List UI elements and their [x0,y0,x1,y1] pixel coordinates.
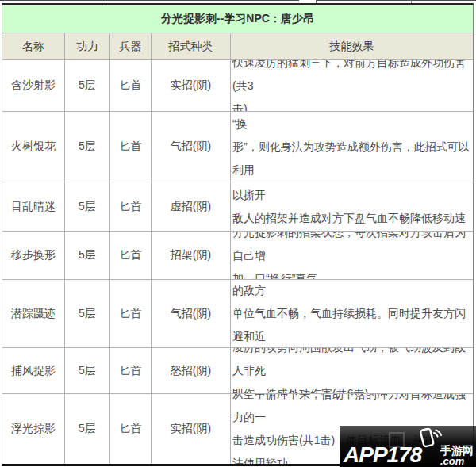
skill-name-cell: 目乱晴迷 [2,182,65,231]
watermark-site-text: 手游网 [440,445,474,456]
skill-type-cell: 怒招(阴) [152,348,231,393]
column-header-type: 招式种类 [152,33,231,59]
skill-effect-text: 快速凌厉的猛刺三下，对前方目标造成外功伤害(共3 击)。 [232,60,471,111]
skill-weapon-cell: 匕首 [110,348,152,393]
column-header-name: 名称 [2,33,65,59]
skill-effect-cell: 凌厉的攻势向周围散发出气劲，被气劲波及到敌人非死 即伤，造成外功伤害(共6击)。 [231,348,473,393]
table-row: 捕风捉影 5层 匕首 怒招(阴) 凌厉的攻势向周围散发出气劲，被气劲波及到敌人非… [2,348,473,394]
skill-effect-text: 对前方目标猛力的一击造成外功伤害(共1击)。可以撕开 敌人的招架并造成对方下盘气… [232,182,471,231]
skill-name-cell: 潜踪蹑迹 [2,280,65,347]
skill-type-cell: 气招(阴) [152,280,231,347]
skill-effect-cell: 近身三连猛刺造成外功伤害(共3击)。若自身有“换 形”，则化身法为攻势造成额外伤… [231,112,473,182]
skill-power-cell: 5层 [65,280,110,347]
skill-power-cell: 5层 [65,232,110,279]
skill-effect-cell: 分光捉影刺的招架状态，每次招架对方攻击后为自己增 加一口“换行”真气。 [231,232,473,279]
column-header-power: 功力 [65,33,110,59]
skill-name-cell: 含沙射影 [2,60,65,111]
skill-effect-text: 凌厉的攻势向周围散发出气劲，被气劲波及到敌人非死 即伤，造成外功伤害(共6击)。 [232,348,471,393]
skill-power-cell: 5层 [65,394,110,464]
skill-effect-text: 投掷烟雾弹，产生一块烟雾区域，使烟雾范围内的敌方 单位气血不畅，气血持续损耗。同… [232,280,471,347]
skill-weapon-cell: 匕首 [110,394,152,464]
divider [0,0,299,1]
column-header-weapon: 兵器 [110,33,152,59]
skill-name-cell: 捕风捉影 [2,348,65,393]
table-title: 分光捉影刺--学习NPC：唐少昂 [2,5,473,33]
table-row: 含沙射影 5层 匕首 实招(阴) 快速凌厉的猛刺三下，对前方目标造成外功伤害(共… [2,60,473,112]
table-row: 火树银花 5层 匕首 气招(阴) 近身三连猛刺造成外功伤害(共3击)。若自身有“… [2,112,473,182]
table-header-row: 名称 功力 兵器 招式种类 技能效果 [2,33,473,60]
app178-watermark: APP178 手游网 .com [340,426,476,467]
skill-weapon-cell: 匕首 [110,112,152,182]
column-header-effect: 技能效果 [231,33,473,59]
skill-name-cell: 火树银花 [2,112,65,182]
skill-effect-text: 近身三连猛刺造成外功伤害(共3击)。若自身有“换 形”，则化身法为攻势造成额外伤… [232,112,471,182]
divider [317,0,476,1]
skill-table: 分光捉影刺--学习NPC：唐少昂 名称 功力 兵器 招式种类 技能效果 含沙射影… [2,3,474,466]
skill-effect-cell: 投掷烟雾弹，产生一块烟雾区域，使烟雾范围内的敌方 单位气血不畅，气血持续损耗。同… [231,280,473,347]
skill-weapon-cell: 匕首 [110,60,152,111]
table-row: 目乱晴迷 5层 匕首 虚招(阴) 对前方目标猛力的一击造成外功伤害(共1击)。可… [2,182,473,232]
skill-weapon-cell: 匕首 [110,280,152,347]
skill-type-cell: 实招(阴) [152,394,231,464]
skill-power-cell: 5层 [65,112,110,182]
skill-type-cell: 招架(阴) [152,232,231,279]
skill-type-cell: 实招(阴) [152,60,231,111]
skill-effect-cell: 对前方目标猛力的一击造成外功伤害(共1击)。可以撕开 敌人的招架并造成对方下盘气… [231,182,473,231]
skill-type-cell: 气招(阴) [152,112,231,182]
skill-weapon-cell: 匕首 [110,232,152,279]
skill-name-cell: 移步换形 [2,232,65,279]
skill-effect-cell: 快速凌厉的猛刺三下，对前方目标造成外功伤害(共3 击)。 [231,60,473,111]
table-row: 移步换形 5层 匕首 招架(阴) 分光捉影刺的招架状态，每次招架对方攻击后为自己… [2,232,473,280]
skill-weapon-cell: 匕首 [110,182,152,231]
table-row: 潜踪蹑迹 5层 匕首 气招(阴) 投掷烟雾弹，产生一块烟雾区域，使烟雾范围内的敌… [2,280,473,348]
skill-type-cell: 虚招(阴) [152,182,231,231]
skill-power-cell: 5层 [65,348,110,393]
skill-power-cell: 5层 [65,60,110,111]
skill-name-cell: 浮光掠影 [2,394,65,464]
watermark-brand-text: APP178 [344,443,421,467]
watermark-domain-text: .com [440,456,474,466]
skill-effect-text: 分光捉影刺的招架状态，每次招架对方攻击后为自己增 加一口“换行”真气。 [232,232,471,279]
skill-power-cell: 5层 [65,182,110,231]
